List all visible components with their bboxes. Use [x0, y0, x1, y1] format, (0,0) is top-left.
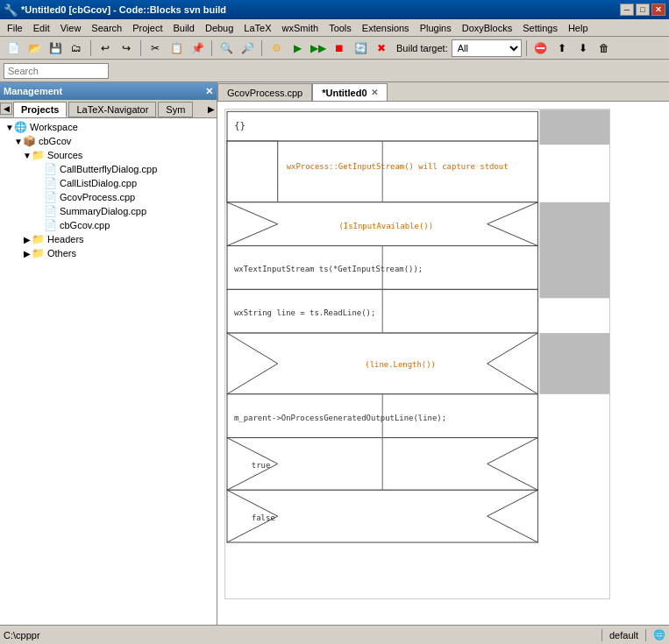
svg-rect-15 — [227, 246, 537, 290]
editor-tab-gcov[interactable]: GcovProcess.cpp — [217, 83, 312, 101]
sidebar-tabs: ◀ Projects LaTeX-Navigator Sym ▶ — [0, 100, 217, 118]
cut-button[interactable]: ✂ — [146, 39, 165, 58]
file1-icon: 📄 — [44, 177, 57, 189]
menu-file[interactable]: File — [2, 21, 28, 35]
title-bar: 🔧 *Untitled0 [cbGcov] - Code::Blocks svn… — [0, 0, 669, 19]
rebuild-button[interactable]: 🔄 — [351, 39, 370, 58]
menu-latex[interactable]: LaTeX — [238, 21, 276, 35]
untitled-tab-label: *Untitled0 — [322, 88, 367, 98]
svg-line-9 — [227, 202, 278, 224]
menu-extensions[interactable]: Extensions — [357, 21, 415, 35]
clear-output-button[interactable]: 🗑 — [594, 39, 614, 58]
file3-icon: 📄 — [44, 205, 57, 217]
sidebar-prev-button[interactable]: ◀ — [0, 103, 12, 115]
svg-text:false: false — [252, 513, 275, 522]
diagram-svg: {} wxProcess::GetInputStream() will capt… — [225, 110, 609, 598]
menu-edit[interactable]: Edit — [28, 21, 55, 35]
new-button[interactable]: 📄 — [4, 39, 23, 58]
compile-button[interactable]: ⚙ — [267, 39, 286, 58]
window-title: *Untitled0 [cbGcov] - Code::Blocks svn b… — [21, 4, 226, 15]
tree-item-file-0[interactable]: 📄 CallButterflyDialog.cpp — [2, 162, 215, 176]
save-button[interactable]: 💾 — [46, 39, 65, 58]
menu-tools[interactable]: Tools — [324, 21, 357, 35]
build-run-button[interactable]: ▶▶ — [309, 39, 328, 58]
headers-toggle[interactable]: ▶ — [23, 235, 32, 244]
tree-item-file-2[interactable]: 📄 GcovProcess.cpp — [2, 190, 215, 204]
editor-tab-untitled[interactable]: *Untitled0 ✕ — [312, 83, 387, 101]
main-toolbar: 📄 📂 💾 🗂 ↩ ↪ ✂ 📋 📌 🔍 🔎 ⚙ ▶ ▶▶ ⏹ 🔄 ✖ Build… — [0, 37, 669, 60]
sidebar-tab-projects[interactable]: Projects — [13, 102, 67, 117]
stop-button[interactable]: ⏹ — [330, 39, 349, 58]
open-button[interactable]: 📂 — [25, 39, 44, 58]
close-button[interactable]: ✕ — [651, 4, 665, 16]
workspace-label: Workspace — [30, 122, 78, 132]
replace-button[interactable]: 🔎 — [238, 39, 257, 58]
file0-label: CallButterflyDialog.cpp — [60, 164, 157, 174]
svg-rect-34 — [227, 490, 537, 542]
menu-project[interactable]: Project — [127, 21, 167, 35]
copy-button[interactable]: 📋 — [167, 39, 186, 58]
undo-button[interactable]: ↩ — [96, 39, 115, 58]
search-input[interactable] — [4, 63, 109, 79]
menu-debug[interactable]: Debug — [200, 21, 238, 35]
diagram-container[interactable]: {} wxProcess::GetInputStream() will capt… — [217, 102, 669, 625]
svg-text:wxProcess::GetInputStream() wi: wxProcess::GetInputStream() will capture… — [287, 162, 509, 171]
svg-line-12 — [488, 224, 538, 246]
tree-item-others[interactable]: ▶ 📁 Others — [2, 246, 215, 260]
svg-line-31 — [488, 438, 538, 464]
menu-settings[interactable]: Settings — [517, 21, 563, 35]
sidebar-close-icon[interactable]: ✕ — [205, 86, 213, 97]
menu-view[interactable]: View — [55, 21, 87, 35]
file4-label: cbGcov.cpp — [60, 220, 110, 230]
menu-plugins[interactable]: Plugins — [415, 21, 457, 35]
svg-rect-17 — [227, 289, 537, 333]
file0-icon: 📄 — [44, 163, 57, 175]
sources-toggle[interactable]: ▼ — [23, 151, 32, 160]
tab-close-icon[interactable]: ✕ — [371, 88, 378, 97]
file2-icon: 📄 — [44, 191, 57, 203]
svg-line-10 — [227, 224, 278, 246]
tree-item-headers[interactable]: ▶ 📁 Headers — [2, 232, 215, 246]
menu-search[interactable]: Search — [86, 21, 127, 35]
maximize-button[interactable]: □ — [636, 4, 650, 16]
clean-button[interactable]: ✖ — [372, 39, 391, 58]
find-button[interactable]: 🔍 — [217, 39, 236, 58]
sidebar-next-button[interactable]: ▶ — [208, 104, 215, 114]
tree-item-project[interactable]: ▼ 📦 cbGcov — [2, 134, 215, 148]
save-all-button[interactable]: 🗂 — [67, 39, 86, 58]
tree-item-sources[interactable]: ▼ 📁 Sources — [2, 148, 215, 162]
file1-label: CallListDialog.cpp — [60, 178, 137, 188]
run-button[interactable]: ▶ — [288, 39, 307, 58]
svg-text:m_parent->OnProcessGeneratedOu: m_parent->OnProcessGeneratedOutputLine(l… — [234, 414, 446, 422]
paste-button[interactable]: 📌 — [188, 39, 207, 58]
sources-icon: 📁 — [32, 149, 45, 161]
tree-item-file-1[interactable]: 📄 CallListDialog.cpp — [2, 176, 215, 190]
svg-rect-26 — [227, 394, 537, 438]
workspace-toggle[interactable]: ▼ — [5, 123, 14, 132]
svg-line-4 — [227, 141, 278, 159]
prev-error-button[interactable]: ⬆ — [552, 39, 572, 58]
svg-text:wxTextInputStream ts(*GetInput: wxTextInputStream ts(*GetInputStream()); — [234, 265, 423, 273]
menu-doxyblocks[interactable]: DoxyBlocks — [457, 21, 517, 35]
svg-line-5 — [227, 185, 278, 202]
others-toggle[interactable]: ▶ — [23, 249, 32, 258]
build-target-select[interactable]: All Debug Release — [452, 39, 522, 57]
redo-button[interactable]: ↪ — [117, 39, 136, 58]
menu-help[interactable]: Help — [563, 21, 594, 35]
project-toggle[interactable]: ▼ — [14, 137, 23, 146]
sidebar-tab-sym[interactable]: Sym — [158, 102, 193, 117]
tree-item-workspace[interactable]: ▼ 🌐 Workspace — [2, 120, 215, 134]
status-sep2 — [645, 629, 646, 641]
workspace-icon: 🌐 — [14, 121, 27, 133]
next-error-button[interactable]: ⬇ — [573, 39, 593, 58]
menu-wxsmith[interactable]: wxSmith — [277, 21, 324, 35]
minimize-button[interactable]: ─ — [620, 4, 634, 16]
abort-button[interactable]: ⛔ — [531, 39, 551, 58]
menu-build[interactable]: Build — [167, 21, 199, 35]
app-icon: 🔧 — [4, 4, 18, 17]
search-toolbar — [0, 60, 669, 82]
tree-item-file-4[interactable]: 📄 cbGcov.cpp — [2, 218, 215, 232]
sidebar-tab-latex[interactable]: LaTeX-Navigator — [68, 102, 156, 117]
tree-item-file-3[interactable]: 📄 SummaryDialog.cpp — [2, 204, 215, 218]
sidebar-title: Management — [4, 86, 62, 96]
